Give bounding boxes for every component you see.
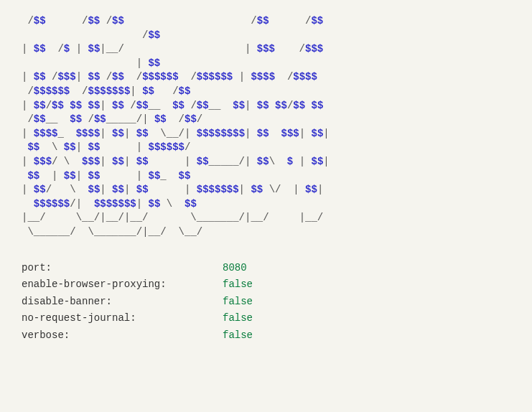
setting-row: port: 8080 bbox=[22, 261, 524, 276]
setting-row: verbose: false bbox=[22, 329, 524, 343]
ascii-banner: /$$ /$$ /$$ /$$ /$$ /$$ | $$ /$ | $$|__/… bbox=[22, 14, 524, 240]
setting-key: no-request-journal: bbox=[22, 312, 223, 326]
setting-value: false bbox=[223, 329, 253, 343]
setting-key: port: bbox=[22, 261, 223, 276]
setting-row: no-request-journal: false bbox=[22, 312, 524, 326]
setting-value: false bbox=[223, 312, 253, 326]
setting-row: disable-banner: false bbox=[22, 295, 524, 309]
setting-key: enable-browser-proxying: bbox=[22, 278, 223, 292]
setting-value: false bbox=[223, 295, 253, 309]
setting-key: disable-banner: bbox=[22, 295, 223, 309]
settings-block: port: 8080 enable-browser-proxying: fals… bbox=[22, 261, 524, 343]
setting-row: enable-browser-proxying: false bbox=[22, 278, 524, 292]
setting-value: 8080 bbox=[223, 261, 247, 276]
setting-value: false bbox=[223, 278, 253, 292]
setting-key: verbose: bbox=[22, 329, 223, 343]
